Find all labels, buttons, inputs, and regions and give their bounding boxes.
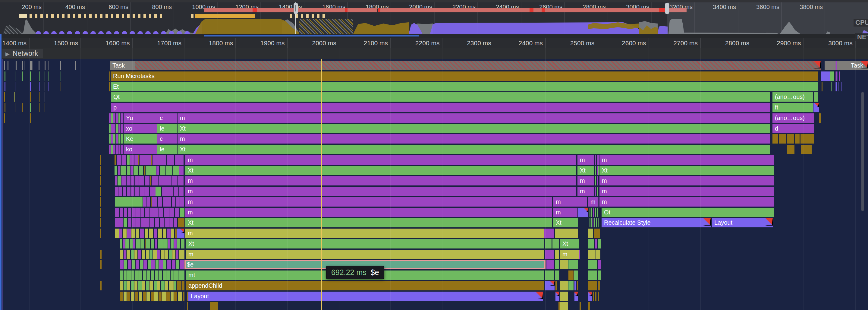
flame-bar[interactable]: m <box>186 250 544 259</box>
flame-bar[interactable] <box>119 145 120 154</box>
flame-bar[interactable] <box>181 239 184 249</box>
flame-bar[interactable] <box>595 291 596 301</box>
flame-bar[interactable] <box>819 113 821 123</box>
flame-bar[interactable] <box>138 291 142 301</box>
flame-bar[interactable]: m <box>553 197 587 206</box>
flame-bar[interactable] <box>127 229 131 238</box>
flame-bar[interactable] <box>139 166 143 175</box>
flame-bar[interactable] <box>113 113 116 123</box>
flame-bar[interactable] <box>174 187 179 196</box>
flame-bar[interactable] <box>121 166 126 175</box>
flame-bar[interactable]: m <box>578 155 594 165</box>
flame-bar[interactable] <box>153 155 160 165</box>
flame-bar[interactable] <box>14 92 15 102</box>
flame-bar[interactable] <box>161 250 164 259</box>
flame-bar[interactable]: m <box>185 187 576 196</box>
flame-bar[interactable] <box>15 103 16 112</box>
flame-bar[interactable] <box>131 291 134 301</box>
flame-bar[interactable] <box>168 239 170 249</box>
flame-bar[interactable] <box>100 197 101 206</box>
flame-bar[interactable]: Qt <box>111 92 770 102</box>
flame-bar[interactable] <box>156 166 159 175</box>
flame-bar[interactable] <box>169 218 173 227</box>
flame-bar[interactable] <box>153 250 157 259</box>
flame-bar[interactable] <box>577 281 578 290</box>
flame-bar[interactable] <box>156 260 158 269</box>
flame-bar[interactable] <box>22 103 23 112</box>
flame-bar[interactable]: Layout <box>712 218 773 227</box>
flame-bar[interactable] <box>596 218 597 227</box>
flame-bar[interactable] <box>100 250 101 259</box>
flame-bar[interactable] <box>595 239 597 249</box>
flame-bar[interactable] <box>44 82 45 91</box>
flame-bar[interactable]: Task <box>825 61 868 70</box>
flame-bar[interactable] <box>160 155 166 165</box>
flame-bar[interactable] <box>130 166 133 175</box>
flame-bar[interactable] <box>100 208 101 217</box>
flame-bar[interactable] <box>183 291 184 301</box>
flame-bar[interactable] <box>139 176 144 186</box>
flame-bar[interactable] <box>119 134 120 144</box>
flame-bar[interactable] <box>121 113 123 123</box>
flame-bar[interactable] <box>135 229 139 238</box>
flame-bar[interactable] <box>172 260 176 269</box>
vertical-scrollbar[interactable] <box>861 92 864 211</box>
flame-bar[interactable]: m <box>578 176 594 186</box>
flame-bar[interactable] <box>180 260 184 269</box>
flame-bar[interactable] <box>136 208 140 217</box>
flame-bar[interactable] <box>116 134 118 144</box>
flame-bar[interactable] <box>60 61 61 70</box>
flame-bar[interactable] <box>118 176 121 186</box>
flame-bar[interactable] <box>113 145 116 154</box>
flame-bar[interactable] <box>116 145 118 154</box>
flame-bar[interactable] <box>100 218 101 227</box>
flame-bar[interactable] <box>152 197 157 206</box>
flame-bar[interactable] <box>838 82 838 91</box>
flame-bar[interactable] <box>598 281 600 290</box>
flame-bar[interactable] <box>579 250 580 259</box>
flame-bar[interactable] <box>146 250 149 259</box>
flame-bar[interactable] <box>555 260 559 269</box>
flame-bar[interactable] <box>598 155 599 165</box>
flame-bar[interactable] <box>167 187 173 196</box>
flame-bar[interactable] <box>145 239 146 249</box>
flame-bar[interactable] <box>560 302 568 310</box>
flame-bar[interactable] <box>787 145 795 154</box>
flame-bar[interactable] <box>75 61 76 70</box>
flame-bar[interactable] <box>124 281 127 290</box>
flame-bar[interactable] <box>161 281 164 290</box>
flame-bar[interactable] <box>128 208 131 217</box>
flame-bar[interactable]: Xt <box>560 239 579 249</box>
flame-bar[interactable] <box>150 187 156 196</box>
flame-bar[interactable] <box>555 271 559 280</box>
flame-bar[interactable] <box>135 291 138 301</box>
flame-bar[interactable] <box>174 239 177 249</box>
flame-bar[interactable] <box>150 250 153 259</box>
flame-bar[interactable] <box>157 250 160 259</box>
flame-bar[interactable] <box>127 166 130 175</box>
flame-bar[interactable] <box>41 61 41 70</box>
flame-bar[interactable] <box>145 155 151 165</box>
flame-bar[interactable] <box>163 271 166 280</box>
flame-bar[interactable] <box>136 218 141 227</box>
flame-bar[interactable] <box>39 72 40 81</box>
flame-bar[interactable] <box>125 239 129 249</box>
flame-bar[interactable] <box>142 250 145 259</box>
flame-bar[interactable] <box>175 208 179 217</box>
flame-bar[interactable] <box>141 239 144 249</box>
flame-bar[interactable] <box>145 229 148 238</box>
flame-bar[interactable] <box>115 166 117 175</box>
flame-bar[interactable]: m <box>178 113 770 123</box>
flame-bar[interactable] <box>120 260 124 269</box>
flame-bar[interactable] <box>575 291 578 301</box>
flame-bar[interactable] <box>151 260 155 269</box>
flame-bar[interactable] <box>124 291 127 301</box>
flame-bar[interactable] <box>135 260 139 269</box>
flame-bar[interactable] <box>580 302 581 310</box>
flame-bar[interactable] <box>163 197 167 206</box>
flame-bar[interactable] <box>4 113 5 123</box>
flame-bar[interactable] <box>772 134 778 144</box>
flame-bar[interactable] <box>147 197 150 206</box>
flame-bar[interactable] <box>597 208 598 217</box>
flame-bar[interactable] <box>813 103 819 112</box>
